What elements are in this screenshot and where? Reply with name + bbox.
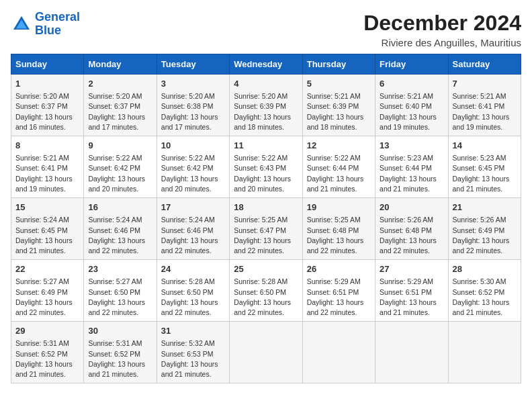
day-info: Sunrise: 5:20 AM Sunset: 6:38 PM Dayligh… [161,91,225,132]
calendar-header-friday: Friday [375,54,448,75]
calendar-day-31: 31 Sunrise: 5:32 AM Sunset: 6:53 PM Dayl… [157,322,229,383]
calendar-day-18: 18 Sunrise: 5:25 AM Sunset: 6:47 PM Dayl… [230,198,302,260]
calendar-day-14: 14 Sunrise: 5:23 AM Sunset: 6:45 PM Dayl… [448,136,521,198]
calendar-day-2: 2 Sunrise: 5:20 AM Sunset: 6:37 PM Dayli… [84,75,157,136]
day-info: Sunrise: 5:20 AM Sunset: 6:37 PM Dayligh… [15,91,79,132]
day-number: 23 [88,263,152,275]
logo: General Blue [11,11,80,38]
day-number: 25 [234,263,298,275]
day-number: 22 [15,263,79,275]
day-number: 7 [453,78,517,90]
calendar-day-30: 30 Sunrise: 5:31 AM Sunset: 6:52 PM Dayl… [84,322,157,383]
day-info: Sunrise: 5:23 AM Sunset: 6:44 PM Dayligh… [380,153,443,194]
day-number: 31 [161,325,225,337]
day-number: 9 [88,140,152,152]
calendar-day-1: 1 Sunrise: 5:20 AM Sunset: 6:37 PM Dayli… [11,75,84,136]
calendar-empty-cell [302,322,375,383]
day-info: Sunrise: 5:26 AM Sunset: 6:49 PM Dayligh… [453,215,517,256]
day-info: Sunrise: 5:30 AM Sunset: 6:52 PM Dayligh… [453,277,517,318]
day-info: Sunrise: 5:32 AM Sunset: 6:53 PM Dayligh… [161,338,225,379]
logo-icon [11,13,32,35]
calendar-day-28: 28 Sunrise: 5:30 AM Sunset: 6:52 PM Dayl… [448,260,521,322]
day-info: Sunrise: 5:28 AM Sunset: 6:50 PM Dayligh… [234,277,298,318]
calendar-day-4: 4 Sunrise: 5:20 AM Sunset: 6:39 PM Dayli… [230,75,302,136]
day-number: 18 [234,201,298,214]
calendar-header-saturday: Saturday [448,54,521,75]
day-number: 21 [453,201,517,214]
day-info: Sunrise: 5:25 AM Sunset: 6:47 PM Dayligh… [234,215,298,256]
day-number: 10 [161,140,225,152]
month-title: December 2024 [363,11,521,36]
day-number: 17 [161,201,225,214]
calendar-header-thursday: Thursday [302,54,375,75]
day-number: 26 [307,263,371,275]
day-number: 4 [234,78,298,90]
logo-text: General Blue [35,11,80,38]
day-number: 13 [380,140,443,152]
calendar-day-11: 11 Sunrise: 5:22 AM Sunset: 6:43 PM Dayl… [230,136,302,198]
calendar-header-tuesday: Tuesday [157,54,229,75]
day-info: Sunrise: 5:24 AM Sunset: 6:46 PM Dayligh… [88,215,152,256]
day-number: 1 [15,78,79,90]
calendar-day-23: 23 Sunrise: 5:27 AM Sunset: 6:50 PM Dayl… [84,260,157,322]
calendar-day-6: 6 Sunrise: 5:21 AM Sunset: 6:40 PM Dayli… [375,75,448,136]
day-info: Sunrise: 5:23 AM Sunset: 6:45 PM Dayligh… [453,153,517,194]
logo-line1: General [35,10,80,24]
day-info: Sunrise: 5:29 AM Sunset: 6:51 PM Dayligh… [307,277,371,318]
calendar-day-12: 12 Sunrise: 5:22 AM Sunset: 6:44 PM Dayl… [302,136,375,198]
calendar-empty-cell [230,322,302,383]
day-info: Sunrise: 5:22 AM Sunset: 6:42 PM Dayligh… [88,153,152,194]
day-number: 16 [88,201,152,214]
calendar-day-15: 15 Sunrise: 5:24 AM Sunset: 6:45 PM Dayl… [11,198,84,260]
calendar-week-5: 29 Sunrise: 5:31 AM Sunset: 6:52 PM Dayl… [11,322,521,383]
calendar-empty-cell [375,322,448,383]
day-number: 24 [161,263,225,275]
day-number: 2 [88,78,152,90]
day-number: 12 [307,140,371,152]
day-info: Sunrise: 5:20 AM Sunset: 6:37 PM Dayligh… [88,91,152,132]
calendar-day-17: 17 Sunrise: 5:24 AM Sunset: 6:46 PM Dayl… [157,198,229,260]
calendar-header-sunday: Sunday [11,54,84,75]
calendar-day-27: 27 Sunrise: 5:29 AM Sunset: 6:51 PM Dayl… [375,260,448,322]
calendar-day-25: 25 Sunrise: 5:28 AM Sunset: 6:50 PM Dayl… [230,260,302,322]
day-info: Sunrise: 5:31 AM Sunset: 6:52 PM Dayligh… [15,338,79,379]
day-info: Sunrise: 5:29 AM Sunset: 6:51 PM Dayligh… [380,277,443,318]
day-info: Sunrise: 5:25 AM Sunset: 6:48 PM Dayligh… [307,215,371,256]
day-number: 27 [380,263,443,275]
logo-line2: Blue [35,24,61,37]
day-info: Sunrise: 5:21 AM Sunset: 6:40 PM Dayligh… [380,91,443,132]
day-info: Sunrise: 5:31 AM Sunset: 6:52 PM Dayligh… [88,338,152,379]
calendar-day-24: 24 Sunrise: 5:28 AM Sunset: 6:50 PM Dayl… [157,260,229,322]
day-info: Sunrise: 5:27 AM Sunset: 6:50 PM Dayligh… [88,277,152,318]
calendar-day-16: 16 Sunrise: 5:24 AM Sunset: 6:46 PM Dayl… [84,198,157,260]
day-info: Sunrise: 5:24 AM Sunset: 6:45 PM Dayligh… [15,215,79,256]
calendar-day-8: 8 Sunrise: 5:21 AM Sunset: 6:41 PM Dayli… [11,136,84,198]
calendar-week-4: 22 Sunrise: 5:27 AM Sunset: 6:49 PM Dayl… [11,260,521,322]
day-number: 28 [453,263,517,275]
day-info: Sunrise: 5:21 AM Sunset: 6:41 PM Dayligh… [15,153,79,194]
day-info: Sunrise: 5:21 AM Sunset: 6:41 PM Dayligh… [453,91,517,132]
calendar-day-26: 26 Sunrise: 5:29 AM Sunset: 6:51 PM Dayl… [302,260,375,322]
calendar-week-2: 8 Sunrise: 5:21 AM Sunset: 6:41 PM Dayli… [11,136,521,198]
calendar-day-10: 10 Sunrise: 5:22 AM Sunset: 6:42 PM Dayl… [157,136,229,198]
day-number: 11 [234,140,298,152]
calendar-day-3: 3 Sunrise: 5:20 AM Sunset: 6:38 PM Dayli… [157,75,229,136]
calendar-day-7: 7 Sunrise: 5:21 AM Sunset: 6:41 PM Dayli… [448,75,521,136]
day-info: Sunrise: 5:26 AM Sunset: 6:48 PM Dayligh… [380,215,443,256]
page-header: General Blue December 2024 Riviere des A… [11,11,521,48]
title-block: December 2024 Riviere des Anguilles, Mau… [363,11,521,48]
location: Riviere des Anguilles, Mauritius [363,37,521,48]
day-info: Sunrise: 5:21 AM Sunset: 6:39 PM Dayligh… [307,91,371,132]
calendar-day-22: 22 Sunrise: 5:27 AM Sunset: 6:49 PM Dayl… [11,260,84,322]
calendar-day-29: 29 Sunrise: 5:31 AM Sunset: 6:52 PM Dayl… [11,322,84,383]
day-info: Sunrise: 5:22 AM Sunset: 6:44 PM Dayligh… [307,153,371,194]
day-number: 15 [15,201,79,214]
day-info: Sunrise: 5:28 AM Sunset: 6:50 PM Dayligh… [161,277,225,318]
calendar-day-21: 21 Sunrise: 5:26 AM Sunset: 6:49 PM Dayl… [448,198,521,260]
day-number: 19 [307,201,371,214]
day-number: 5 [307,78,371,90]
day-number: 20 [380,201,443,214]
calendar-day-9: 9 Sunrise: 5:22 AM Sunset: 6:42 PM Dayli… [84,136,157,198]
day-info: Sunrise: 5:20 AM Sunset: 6:39 PM Dayligh… [234,91,298,132]
calendar-day-19: 19 Sunrise: 5:25 AM Sunset: 6:48 PM Dayl… [302,198,375,260]
